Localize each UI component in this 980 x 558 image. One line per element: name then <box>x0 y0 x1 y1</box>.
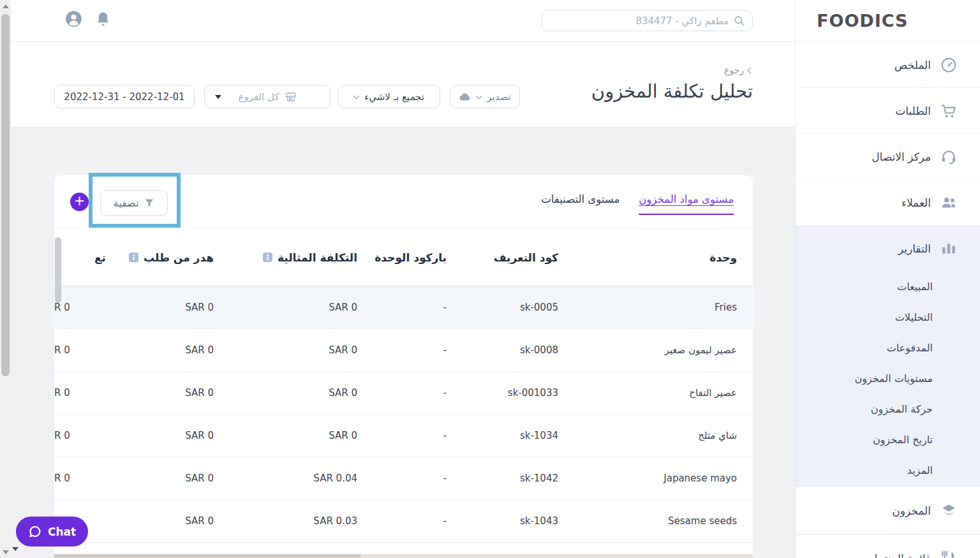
scrollbar-thumb[interactable] <box>1 14 10 376</box>
sidebar-item-label: الملخص <box>895 59 931 71</box>
tab-inventory-items-level[interactable]: مستوى مواد المخزون <box>639 193 734 215</box>
table-row: Sesame seeds sk-1043 - SAR 0.03 SAR 0 <box>54 500 753 543</box>
cell-truncated: R 0 <box>54 302 115 313</box>
table-row: Fries sk-0005 - SAR 0 SAR 0 R 0 <box>54 286 753 329</box>
sidebar-item-call-center[interactable]: مركز الاتصال <box>796 134 980 180</box>
group-by-dropdown[interactable]: تجميع بـ لاشيء <box>338 85 440 108</box>
cell-barcode: - <box>357 515 447 527</box>
page-scrollbar[interactable] <box>0 0 11 558</box>
cell-sku: sk-1042 <box>447 473 558 484</box>
cell-ideal-cost: SAR 0.03 <box>214 515 357 527</box>
info-icon[interactable] <box>129 253 138 262</box>
sidebar-item-customers[interactable]: العملاء <box>796 180 980 226</box>
notification-bell-icon[interactable] <box>94 10 112 27</box>
cell-barcode: - <box>357 430 447 441</box>
back-label: رجوع <box>724 65 744 75</box>
sidebar-item-summary[interactable]: الملخص <box>796 42 980 88</box>
chevron-down-icon <box>353 92 360 99</box>
sidebar-subitem-inventory-levels[interactable]: مستويات المخزون <box>796 363 980 394</box>
export-label: تصدير <box>487 91 511 103</box>
table-scrollbar-thumb[interactable] <box>55 237 61 303</box>
storefront-icon <box>285 91 297 103</box>
add-filter-button[interactable]: + <box>70 193 89 211</box>
sidebar-subitem-payments[interactable]: المدفوعات <box>796 333 980 363</box>
chevron-left-icon <box>748 67 754 73</box>
scroll-down-arrow[interactable] <box>3 550 9 554</box>
page-title: تحليل تكلفة المخزون <box>591 80 753 102</box>
sidebar-item-label: الطلبات <box>895 105 931 117</box>
chat-label: Chat <box>48 525 76 538</box>
inventory-layers-icon <box>940 503 957 519</box>
cell-order-waste: SAR 0 <box>115 387 214 399</box>
cart-icon <box>940 103 957 119</box>
horizontal-scrollbar-thumb[interactable] <box>54 554 360 558</box>
sidebar: FOODICS الملخص الطلبات مركز الاتصال العم… <box>795 0 980 558</box>
page-header: رجوع تحليل تكلفة المخزون تصدير تجميع بـ … <box>11 42 795 128</box>
cell-ideal-cost: SAR 0 <box>214 344 357 356</box>
cell-order-waste: SAR 0 <box>115 430 214 441</box>
scroll-up-arrow[interactable] <box>3 4 9 8</box>
table-row: عصير ليمون صغير sk-0008 - SAR 0 SAR 0 R … <box>54 329 753 372</box>
info-icon[interactable] <box>263 253 272 262</box>
cell-truncated: R 0 <box>54 344 115 356</box>
cell-sku: sk-0008 <box>447 344 558 356</box>
sidebar-subitem-sales[interactable]: المبيعات <box>796 272 980 302</box>
col-header-truncated: تع <box>54 251 115 264</box>
reports-icon <box>940 240 957 257</box>
group-by-label: تجميع بـ لاشيء <box>364 91 424 103</box>
sidebar-subitem-inventory-history[interactable]: تاريخ المخزون <box>796 425 980 455</box>
cell-barcode: - <box>357 344 447 356</box>
col-header-ideal-cost: التكلفة المثالية <box>214 251 357 264</box>
cell-barcode: - <box>357 302 447 313</box>
cell-unit: Fries <box>558 302 753 313</box>
sidebar-item-products[interactable]: قائمة المنتجات <box>796 534 980 558</box>
sidebar-item-orders[interactable]: الطلبات <box>796 88 980 134</box>
cell-ideal-cost: SAR 0.04 <box>214 473 357 484</box>
cell-sku: sk-001033 <box>447 387 558 399</box>
sidebar-item-label: مركز الاتصال <box>872 151 931 163</box>
sidebar-reports-section: التقارير المبيعات التحليلات المدفوعات مس… <box>796 226 980 487</box>
col-header-unit: وحدة <box>558 251 753 264</box>
sidebar-item-inventory[interactable]: المخزون <box>796 487 980 534</box>
cell-sku: sk-1034 <box>447 430 558 441</box>
back-link[interactable]: رجوع <box>724 65 753 75</box>
horizontal-scrollbar[interactable] <box>54 554 753 558</box>
cell-truncated: R 0 <box>54 430 115 441</box>
tab-categories-level[interactable]: مستوى التصنيفات <box>541 193 620 215</box>
cell-sku: sk-0005 <box>447 302 558 313</box>
user-avatar-icon[interactable] <box>65 10 82 27</box>
main-content: مستوى مواد المخزون مستوى التصنيفات + تصف… <box>11 128 795 558</box>
sidebar-item-label: قائمة المنتجات <box>864 552 931 558</box>
cell-unit: عصير ليمون صغير <box>558 344 753 356</box>
export-button[interactable]: تصدير <box>450 85 520 108</box>
cell-unit: عصير التفاح <box>558 387 753 399</box>
cloud-icon <box>459 92 471 101</box>
branches-filter-dropdown[interactable]: كل الفروع <box>204 85 330 108</box>
sidebar-subitem-more[interactable]: المزيد <box>796 455 980 486</box>
cell-ideal-cost: SAR 0 <box>214 387 357 399</box>
table-row: عصير التفاح sk-001033 - SAR 0 SAR 0 R 0 <box>54 372 753 415</box>
filter-label: تصفية <box>114 197 139 209</box>
report-tabs: مستوى مواد المخزون مستوى التصنيفات <box>541 193 734 215</box>
filter-button[interactable]: تصفية <box>100 190 168 216</box>
date-range-picker[interactable]: 2022-12-31 - 2022-12-01 <box>54 85 195 108</box>
topbar: مطعم زاكي - 834477 <box>11 0 795 42</box>
foodics-logo: FOODICS <box>796 0 980 42</box>
branches-label: كل الفروع <box>238 91 279 103</box>
cell-unit: Japanese mayo <box>558 473 753 484</box>
customers-icon <box>940 195 957 211</box>
scroll-corner-arrow[interactable] <box>12 547 19 551</box>
cell-sku: sk-1043 <box>447 515 558 527</box>
cell-truncated: R 0 <box>54 387 115 399</box>
tabs-row: مستوى مواد المخزون مستوى التصنيفات + تصف… <box>54 175 753 229</box>
cell-ideal-cost: SAR 0 <box>214 430 357 441</box>
cell-barcode: - <box>357 387 447 399</box>
sidebar-subitem-inventory-movement[interactable]: حركة المخزون <box>796 394 980 425</box>
sidebar-item-reports[interactable]: التقارير <box>796 226 980 272</box>
cell-barcode: - <box>357 473 447 484</box>
cutlery-icon <box>940 550 957 558</box>
global-search-input[interactable]: مطعم زاكي - 834477 <box>541 10 753 31</box>
col-header-sku: كود التعريف <box>447 251 558 264</box>
sidebar-subitem-analytics[interactable]: التحليلات <box>796 302 980 333</box>
chat-button[interactable]: Chat <box>16 517 88 547</box>
